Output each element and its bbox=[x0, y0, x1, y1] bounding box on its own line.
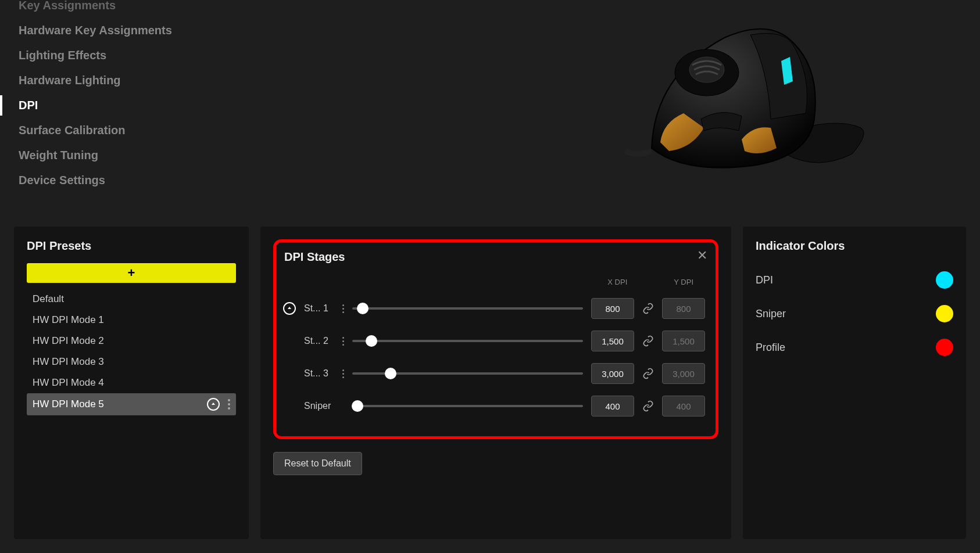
nav-item-key-assignments[interactable]: Key Assignments bbox=[0, 0, 172, 18]
x-dpi-input[interactable]: 800 bbox=[591, 298, 634, 319]
indicator-label: Profile bbox=[756, 342, 785, 354]
preset-item[interactable]: HW DPI Mode 4 bbox=[27, 372, 236, 393]
preset-label: HW DPI Mode 4 bbox=[33, 377, 104, 389]
dpi-slider[interactable] bbox=[352, 368, 583, 379]
preset-label: Default bbox=[33, 293, 64, 305]
dpi-slider[interactable] bbox=[352, 400, 583, 412]
stage-label: St... 1 bbox=[304, 303, 334, 314]
stage-row: Sniper400400 bbox=[280, 390, 705, 422]
preset-label: HW DPI Mode 2 bbox=[33, 335, 104, 347]
stages-highlight-frame: DPI Stages ✕ X DPI Y DPI St... 1800800St… bbox=[273, 239, 718, 439]
kebab-icon[interactable] bbox=[342, 369, 344, 378]
nav-item-device-settings[interactable]: Device Settings bbox=[0, 168, 172, 193]
stage-columns-header: X DPI Y DPI bbox=[280, 278, 705, 286]
dpi-presets-panel: DPI Presets + DefaultHW DPI Mode 1HW DPI… bbox=[14, 227, 249, 539]
y-dpi-input: 800 bbox=[662, 298, 705, 319]
y-dpi-input: 400 bbox=[662, 396, 705, 416]
preset-item[interactable]: HW DPI Mode 5 bbox=[27, 393, 236, 415]
color-swatch[interactable] bbox=[936, 339, 953, 356]
link-xy-icon[interactable] bbox=[642, 400, 654, 412]
indicator-label: DPI bbox=[756, 274, 773, 286]
preset-item[interactable]: Default bbox=[27, 289, 236, 310]
preset-label: HW DPI Mode 3 bbox=[33, 356, 104, 368]
x-dpi-input[interactable]: 400 bbox=[591, 396, 634, 416]
preset-label: HW DPI Mode 5 bbox=[33, 398, 104, 410]
preset-item[interactable]: HW DPI Mode 1 bbox=[27, 310, 236, 331]
color-swatch[interactable] bbox=[936, 271, 953, 289]
kebab-icon[interactable] bbox=[342, 304, 344, 313]
stage-label: Sniper bbox=[304, 401, 334, 411]
y-dpi-input: 1,500 bbox=[662, 331, 705, 351]
stage-row: St... 21,5001,500 bbox=[280, 325, 705, 357]
link-xy-icon[interactable] bbox=[642, 303, 654, 314]
presets-title: DPI Presets bbox=[27, 239, 236, 253]
preset-item[interactable]: HW DPI Mode 3 bbox=[27, 351, 236, 372]
dpi-slider[interactable] bbox=[352, 335, 583, 347]
device-image bbox=[620, 12, 875, 186]
indicator-row: Sniper bbox=[756, 297, 953, 331]
reset-to-default-button[interactable]: Reset to Default bbox=[273, 452, 362, 475]
add-preset-button[interactable]: + bbox=[27, 263, 236, 283]
kebab-icon[interactable] bbox=[228, 399, 230, 410]
link-xy-icon[interactable] bbox=[642, 335, 654, 347]
x-dpi-input[interactable]: 3,000 bbox=[591, 363, 634, 384]
stage-label: St... 2 bbox=[304, 336, 334, 346]
indicator-colors-title: Indicator Colors bbox=[756, 239, 953, 253]
y-dpi-label: Y DPI bbox=[674, 278, 693, 286]
close-icon[interactable]: ✕ bbox=[697, 248, 707, 263]
indicator-row: Profile bbox=[756, 331, 953, 364]
active-preset-icon bbox=[207, 398, 220, 411]
stage-row: St... 1800800 bbox=[280, 292, 705, 325]
indicator-row: DPI bbox=[756, 263, 953, 297]
y-dpi-input: 3,000 bbox=[662, 363, 705, 384]
indicator-colors-panel: Indicator Colors DPISniperProfile bbox=[743, 227, 966, 539]
stages-title: DPI Stages bbox=[284, 250, 705, 264]
stage-label: St... 3 bbox=[304, 368, 334, 379]
dpi-stages-panel: DPI Stages ✕ X DPI Y DPI St... 1800800St… bbox=[260, 227, 731, 539]
nav-item-weight-tuning[interactable]: Weight Tuning bbox=[0, 143, 172, 168]
nav-item-surface-calibration[interactable]: Surface Calibration bbox=[0, 118, 172, 143]
nav-item-hardware-lighting[interactable]: Hardware Lighting bbox=[0, 68, 172, 93]
nav-item-hardware-key-assignments[interactable]: Hardware Key Assignments bbox=[0, 18, 172, 43]
link-xy-icon[interactable] bbox=[642, 368, 654, 379]
indicator-label: Sniper bbox=[756, 308, 786, 320]
x-dpi-label: X DPI bbox=[607, 278, 627, 286]
nav-item-dpi[interactable]: DPI bbox=[0, 93, 172, 118]
color-swatch[interactable] bbox=[936, 305, 953, 322]
nav-item-lighting-effects[interactable]: Lighting Effects bbox=[0, 43, 172, 68]
preset-label: HW DPI Mode 1 bbox=[33, 314, 104, 326]
preset-item[interactable]: HW DPI Mode 2 bbox=[27, 331, 236, 351]
x-dpi-input[interactable]: 1,500 bbox=[591, 331, 634, 351]
active-stage-icon bbox=[283, 302, 296, 315]
kebab-icon[interactable] bbox=[342, 337, 344, 346]
dpi-slider[interactable] bbox=[352, 303, 583, 314]
sidebar-nav: Key AssignmentsHardware Key AssignmentsL… bbox=[0, 0, 172, 193]
stage-row: St... 33,0003,000 bbox=[280, 357, 705, 390]
